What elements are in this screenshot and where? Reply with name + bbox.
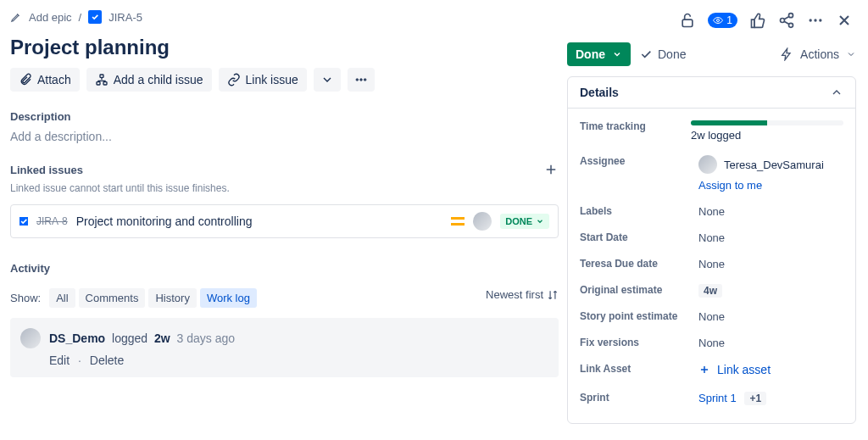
issue-header-actions: 1 bbox=[567, 12, 856, 29]
avatar-icon bbox=[20, 328, 41, 348]
field-story-points: Story point estimate None bbox=[580, 304, 843, 330]
issue-title[interactable]: Project planning bbox=[10, 36, 559, 59]
chevron-down-icon bbox=[536, 217, 544, 226]
watch-button[interactable]: 1 bbox=[708, 13, 737, 28]
tab-all[interactable]: All bbox=[49, 288, 75, 308]
show-label: Show: bbox=[10, 292, 41, 304]
eye-icon bbox=[713, 15, 723, 25]
link-issue-button[interactable]: Link issue bbox=[219, 68, 307, 92]
issue-type-icon bbox=[19, 217, 28, 226]
priority-icon bbox=[451, 214, 465, 228]
worklog-edit-button[interactable]: Edit bbox=[49, 354, 70, 367]
svg-rect-8 bbox=[682, 19, 693, 26]
details-panel: Details Time tracking 2w logged Assignee bbox=[567, 76, 856, 424]
plus-icon bbox=[698, 364, 710, 376]
field-assignee: Assignee Teresa_DevSamurai Assign to me bbox=[580, 148, 843, 198]
svg-point-5 bbox=[364, 79, 366, 81]
svg-point-9 bbox=[717, 19, 720, 22]
svg-point-4 bbox=[359, 79, 362, 81]
time-tracking-bar bbox=[691, 120, 843, 125]
pencil-icon bbox=[10, 11, 22, 23]
worklog-duration: 2w bbox=[154, 331, 170, 345]
worklog-time: 3 days ago bbox=[177, 331, 236, 345]
plus-icon[interactable] bbox=[543, 162, 559, 177]
ellipsis-icon bbox=[354, 73, 368, 86]
assign-to-me-link[interactable]: Assign to me bbox=[698, 179, 843, 192]
svg-rect-6 bbox=[451, 217, 465, 220]
tab-history[interactable]: History bbox=[148, 288, 196, 308]
sprint-overflow-badge[interactable]: +1 bbox=[744, 392, 766, 405]
issue-key-link[interactable]: JIRA-5 bbox=[108, 11, 142, 24]
sort-icon bbox=[547, 289, 559, 301]
ellipsis-icon[interactable] bbox=[807, 12, 824, 29]
thumbs-up-icon[interactable] bbox=[749, 12, 766, 29]
status-button[interactable]: Done bbox=[567, 42, 631, 66]
activity-tabs: Show: All Comments History Work log bbox=[10, 288, 257, 308]
bolt-icon bbox=[780, 47, 793, 61]
linked-issue-key: JIRA-8 bbox=[36, 215, 68, 227]
svg-point-10 bbox=[789, 14, 793, 18]
description-label: Description bbox=[10, 110, 559, 123]
svg-point-12 bbox=[789, 23, 793, 27]
worklog-entry: DS_Demo logged 2w 3 days ago Edit · Dele… bbox=[10, 318, 559, 377]
activity-label: Activity bbox=[10, 262, 559, 275]
svg-point-15 bbox=[819, 19, 821, 21]
check-icon bbox=[639, 47, 653, 61]
svg-point-14 bbox=[814, 19, 816, 21]
chevron-down-icon bbox=[846, 49, 856, 59]
sort-button[interactable]: Newest first bbox=[486, 288, 559, 301]
share-icon[interactable] bbox=[778, 12, 795, 29]
description-input[interactable]: Add a description... bbox=[10, 130, 559, 143]
svg-rect-0 bbox=[100, 75, 103, 77]
linked-issue-summary: Project monitoring and controlling bbox=[76, 214, 443, 228]
linked-issues-label: Linked issues bbox=[10, 164, 83, 176]
field-time-tracking: Time tracking 2w logged bbox=[580, 114, 843, 148]
child-issue-icon bbox=[95, 73, 108, 86]
tab-worklog[interactable]: Work log bbox=[200, 288, 257, 308]
add-child-issue-button[interactable]: Add a child issue bbox=[86, 68, 212, 92]
done-flag: Done bbox=[639, 47, 686, 61]
more-actions-button[interactable] bbox=[348, 68, 375, 92]
worklog-delete-button[interactable]: Delete bbox=[90, 354, 124, 367]
chevron-down-icon bbox=[320, 73, 334, 86]
lock-icon[interactable] bbox=[679, 12, 696, 29]
sprint-link[interactable]: Sprint 1 bbox=[698, 392, 737, 404]
field-sprint: Sprint Sprint 1 +1 bbox=[580, 385, 843, 411]
field-labels: Labels None bbox=[580, 198, 843, 225]
chevron-down-icon bbox=[612, 49, 622, 59]
issue-type-icon bbox=[88, 10, 102, 24]
svg-rect-1 bbox=[97, 82, 100, 85]
avatar-icon bbox=[698, 155, 717, 174]
chevron-up-icon bbox=[830, 86, 843, 99]
svg-point-13 bbox=[810, 19, 812, 21]
field-link-asset: Link Asset Link asset bbox=[580, 356, 843, 385]
tab-comments[interactable]: Comments bbox=[79, 288, 146, 308]
link-issue-dropdown[interactable] bbox=[314, 68, 341, 92]
field-fix-versions: Fix versions None bbox=[580, 330, 843, 356]
paperclip-icon bbox=[19, 73, 32, 86]
close-icon[interactable] bbox=[836, 12, 853, 29]
assignee-avatar-icon bbox=[473, 212, 492, 231]
svg-rect-2 bbox=[103, 82, 107, 85]
issue-toolbar: Attach Add a child issue Link issue bbox=[10, 68, 559, 92]
svg-rect-7 bbox=[451, 223, 465, 226]
details-header[interactable]: Details bbox=[568, 77, 855, 109]
attach-button[interactable]: Attach bbox=[10, 68, 80, 92]
field-start-date: Start Date None bbox=[580, 225, 843, 251]
breadcrumb-separator: / bbox=[79, 11, 82, 24]
add-epic-link[interactable]: Add epic bbox=[29, 11, 72, 24]
link-icon bbox=[227, 73, 241, 86]
field-due-date: Teresa Due date None bbox=[580, 251, 843, 277]
svg-point-3 bbox=[356, 79, 359, 81]
linked-issue-row[interactable]: JIRA-8 Project monitoring and controllin… bbox=[10, 204, 559, 238]
linked-issue-status[interactable]: DONE bbox=[500, 214, 549, 229]
svg-point-11 bbox=[781, 19, 785, 23]
worklog-author[interactable]: DS_Demo bbox=[49, 331, 105, 345]
actions-dropdown[interactable]: Actions bbox=[780, 47, 856, 61]
linked-issues-note: Linked issue cannot start until this iss… bbox=[10, 182, 559, 194]
breadcrumb: Add epic / JIRA-5 bbox=[10, 10, 559, 24]
link-asset-button[interactable]: Link asset bbox=[698, 363, 771, 376]
field-original-estimate: Original estimate 4w bbox=[580, 277, 843, 304]
